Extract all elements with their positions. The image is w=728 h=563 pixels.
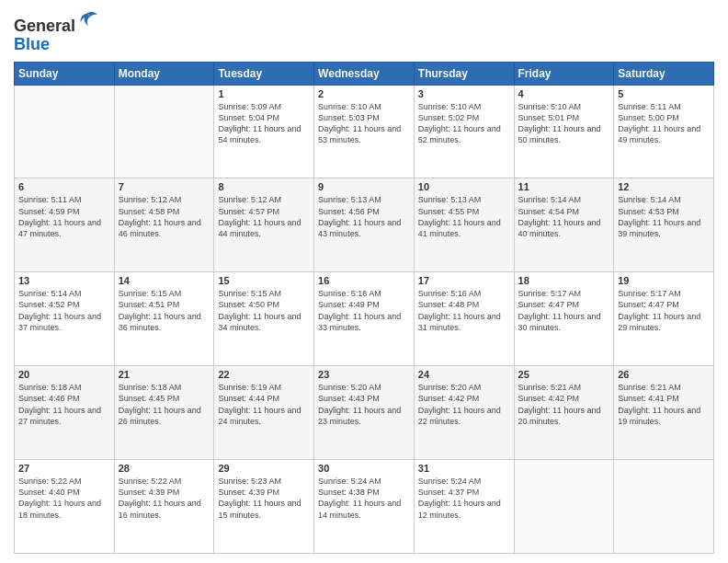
day-content: Sunrise: 5:17 AM Sunset: 4:47 PM Dayligh… [518, 288, 610, 333]
calendar-cell: 3Sunrise: 5:10 AM Sunset: 5:02 PM Daylig… [414, 85, 514, 178]
day-content: Sunrise: 5:14 AM Sunset: 4:52 PM Dayligh… [18, 288, 110, 333]
day-content: Sunrise: 5:11 AM Sunset: 5:00 PM Dayligh… [618, 101, 710, 146]
logo-general-text: General [14, 17, 75, 35]
calendar-cell: 28Sunrise: 5:22 AM Sunset: 4:39 PM Dayli… [114, 460, 214, 554]
day-content: Sunrise: 5:20 AM Sunset: 4:42 PM Dayligh… [418, 382, 510, 427]
day-content: Sunrise: 5:17 AM Sunset: 4:47 PM Dayligh… [618, 288, 710, 333]
day-number: 1 [218, 88, 310, 99]
day-number: 23 [318, 369, 410, 380]
calendar-header-friday: Friday [514, 62, 614, 85]
calendar-cell: 10Sunrise: 5:13 AM Sunset: 4:55 PM Dayli… [414, 178, 514, 272]
day-content: Sunrise: 5:15 AM Sunset: 4:50 PM Dayligh… [218, 288, 310, 333]
day-number: 2 [318, 88, 410, 99]
day-number: 6 [18, 181, 110, 192]
calendar-cell: 20Sunrise: 5:18 AM Sunset: 4:46 PM Dayli… [15, 366, 115, 460]
calendar-cell: 5Sunrise: 5:11 AM Sunset: 5:00 PM Daylig… [614, 85, 714, 178]
day-number: 15 [218, 275, 310, 286]
calendar-header-monday: Monday [114, 62, 214, 85]
calendar-cell [514, 460, 614, 554]
header: General Blue [14, 9, 714, 54]
day-number: 16 [318, 275, 410, 286]
day-content: Sunrise: 5:16 AM Sunset: 4:48 PM Dayligh… [418, 288, 510, 333]
day-content: Sunrise: 5:10 AM Sunset: 5:02 PM Dayligh… [418, 101, 510, 146]
day-number: 22 [218, 369, 310, 380]
day-number: 12 [618, 181, 710, 192]
day-content: Sunrise: 5:24 AM Sunset: 4:37 PM Dayligh… [418, 476, 510, 521]
day-number: 10 [418, 181, 510, 192]
day-number: 28 [119, 463, 210, 474]
day-number: 29 [218, 463, 310, 474]
calendar-week-5: 27Sunrise: 5:22 AM Sunset: 4:40 PM Dayli… [15, 460, 714, 554]
calendar-cell: 15Sunrise: 5:15 AM Sunset: 4:50 PM Dayli… [214, 272, 314, 366]
calendar-cell: 18Sunrise: 5:17 AM Sunset: 4:47 PM Dayli… [514, 272, 614, 366]
calendar-header-thursday: Thursday [414, 62, 514, 85]
calendar-cell: 29Sunrise: 5:23 AM Sunset: 4:39 PM Dayli… [214, 460, 314, 554]
day-number: 20 [18, 369, 110, 380]
calendar-week-2: 6Sunrise: 5:11 AM Sunset: 4:59 PM Daylig… [15, 178, 714, 272]
day-number: 25 [518, 369, 610, 380]
logo-bird-icon [77, 9, 99, 31]
day-content: Sunrise: 5:13 AM Sunset: 4:56 PM Dayligh… [318, 194, 410, 239]
day-content: Sunrise: 5:11 AM Sunset: 4:59 PM Dayligh… [18, 194, 110, 239]
day-content: Sunrise: 5:10 AM Sunset: 5:03 PM Dayligh… [318, 101, 410, 146]
calendar-cell [15, 85, 115, 178]
day-number: 11 [518, 181, 610, 192]
day-content: Sunrise: 5:23 AM Sunset: 4:39 PM Dayligh… [218, 476, 310, 521]
day-content: Sunrise: 5:20 AM Sunset: 4:43 PM Dayligh… [318, 382, 410, 427]
calendar-cell: 8Sunrise: 5:12 AM Sunset: 4:57 PM Daylig… [214, 178, 314, 272]
day-content: Sunrise: 5:14 AM Sunset: 4:53 PM Dayligh… [618, 194, 710, 239]
day-content: Sunrise: 5:10 AM Sunset: 5:01 PM Dayligh… [518, 101, 610, 146]
day-content: Sunrise: 5:21 AM Sunset: 4:42 PM Dayligh… [518, 382, 610, 427]
day-number: 7 [119, 181, 210, 192]
day-number: 3 [418, 88, 510, 99]
calendar-header-row: SundayMondayTuesdayWednesdayThursdayFrid… [15, 62, 714, 85]
calendar-cell: 31Sunrise: 5:24 AM Sunset: 4:37 PM Dayli… [414, 460, 514, 554]
logo-blue-text: Blue [14, 35, 50, 53]
calendar-cell: 25Sunrise: 5:21 AM Sunset: 4:42 PM Dayli… [514, 366, 614, 460]
day-content: Sunrise: 5:19 AM Sunset: 4:44 PM Dayligh… [218, 382, 310, 427]
day-content: Sunrise: 5:13 AM Sunset: 4:55 PM Dayligh… [418, 194, 510, 239]
day-content: Sunrise: 5:22 AM Sunset: 4:39 PM Dayligh… [119, 476, 210, 521]
day-number: 24 [418, 369, 510, 380]
page: General Blue SundayMondayTuesdayWednesda… [0, 0, 728, 563]
day-content: Sunrise: 5:22 AM Sunset: 4:40 PM Dayligh… [18, 476, 110, 521]
day-content: Sunrise: 5:15 AM Sunset: 4:51 PM Dayligh… [119, 288, 210, 333]
day-number: 17 [418, 275, 510, 286]
calendar-cell: 24Sunrise: 5:20 AM Sunset: 4:42 PM Dayli… [414, 366, 514, 460]
calendar-table: SundayMondayTuesdayWednesdayThursdayFrid… [14, 62, 714, 554]
calendar-cell: 6Sunrise: 5:11 AM Sunset: 4:59 PM Daylig… [15, 178, 115, 272]
calendar-cell: 30Sunrise: 5:24 AM Sunset: 4:38 PM Dayli… [314, 460, 415, 554]
day-content: Sunrise: 5:09 AM Sunset: 5:04 PM Dayligh… [218, 101, 310, 146]
day-content: Sunrise: 5:12 AM Sunset: 4:57 PM Dayligh… [218, 194, 310, 239]
day-number: 26 [618, 369, 710, 380]
day-content: Sunrise: 5:21 AM Sunset: 4:41 PM Dayligh… [618, 382, 710, 427]
day-number: 9 [318, 181, 410, 192]
day-content: Sunrise: 5:18 AM Sunset: 4:46 PM Dayligh… [18, 382, 110, 427]
day-number: 18 [518, 275, 610, 286]
calendar-cell: 23Sunrise: 5:20 AM Sunset: 4:43 PM Dayli… [314, 366, 415, 460]
calendar-cell: 13Sunrise: 5:14 AM Sunset: 4:52 PM Dayli… [15, 272, 115, 366]
day-number: 19 [618, 275, 710, 286]
day-number: 8 [218, 181, 310, 192]
calendar-cell: 21Sunrise: 5:18 AM Sunset: 4:45 PM Dayli… [114, 366, 214, 460]
day-content: Sunrise: 5:16 AM Sunset: 4:49 PM Dayligh… [318, 288, 410, 333]
day-content: Sunrise: 5:18 AM Sunset: 4:45 PM Dayligh… [119, 382, 210, 427]
calendar-header-tuesday: Tuesday [214, 62, 314, 85]
calendar-cell: 19Sunrise: 5:17 AM Sunset: 4:47 PM Dayli… [614, 272, 714, 366]
calendar-cell: 26Sunrise: 5:21 AM Sunset: 4:41 PM Dayli… [614, 366, 714, 460]
calendar-cell: 7Sunrise: 5:12 AM Sunset: 4:58 PM Daylig… [114, 178, 214, 272]
day-number: 5 [618, 88, 710, 99]
calendar-header-saturday: Saturday [614, 62, 714, 85]
day-content: Sunrise: 5:14 AM Sunset: 4:54 PM Dayligh… [518, 194, 610, 239]
day-content: Sunrise: 5:24 AM Sunset: 4:38 PM Dayligh… [318, 476, 410, 521]
day-number: 31 [418, 463, 510, 474]
calendar-cell: 2Sunrise: 5:10 AM Sunset: 5:03 PM Daylig… [314, 85, 415, 178]
calendar-week-3: 13Sunrise: 5:14 AM Sunset: 4:52 PM Dayli… [15, 272, 714, 366]
day-number: 21 [119, 369, 210, 380]
calendar-cell: 9Sunrise: 5:13 AM Sunset: 4:56 PM Daylig… [314, 178, 415, 272]
day-number: 30 [318, 463, 410, 474]
calendar-week-1: 1Sunrise: 5:09 AM Sunset: 5:04 PM Daylig… [15, 85, 714, 178]
logo: General Blue [14, 9, 99, 54]
calendar-cell: 27Sunrise: 5:22 AM Sunset: 4:40 PM Dayli… [15, 460, 115, 554]
day-number: 4 [518, 88, 610, 99]
